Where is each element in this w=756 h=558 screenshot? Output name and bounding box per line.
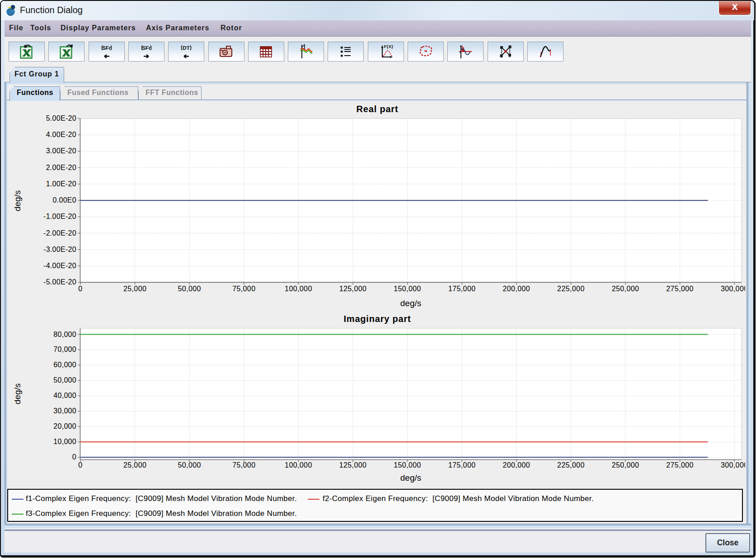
svg-text:275,000: 275,000: [666, 461, 694, 469]
svg-text:-4.00E-20: -4.00E-20: [43, 262, 76, 270]
svg-text:deg/s: deg/s: [13, 383, 22, 404]
svg-text:100,000: 100,000: [285, 461, 312, 469]
svg-text:125,000: 125,000: [339, 461, 367, 469]
svg-text:20,000: 20,000: [53, 422, 76, 430]
svg-text:2.00E-20: 2.00E-20: [46, 164, 76, 171]
svg-text:225,000: 225,000: [557, 285, 585, 293]
svg-text:200,000: 200,000: [502, 461, 530, 469]
svg-text:300,000: 300,000: [721, 285, 745, 293]
svg-text:deg/s: deg/s: [400, 473, 421, 482]
svg-text:75,000: 75,000: [232, 461, 255, 469]
svg-text:4.00E-20: 4.00E-20: [46, 131, 76, 138]
svg-text:-3.00E-20: -3.00E-20: [43, 246, 76, 253]
svg-text:60,000: 60,000: [53, 361, 76, 369]
svg-text:SFr: SFr: [142, 45, 151, 51]
svg-text:40,000: 40,000: [53, 392, 76, 399]
svg-text:10,000: 10,000: [53, 438, 76, 445]
svg-text:50,000: 50,000: [178, 285, 201, 293]
svg-text:125,000: 125,000: [339, 285, 367, 293]
svg-text:-5.00E-20: -5.00E-20: [43, 278, 76, 286]
svg-text:80,000: 80,000: [53, 331, 76, 338]
svg-text:-2.00E-20: -2.00E-20: [43, 229, 76, 237]
svg-text:175,000: 175,000: [448, 285, 476, 293]
svg-text:0: 0: [78, 461, 82, 469]
svg-text:50,000: 50,000: [178, 461, 201, 469]
svg-text:70,000: 70,000: [53, 345, 76, 353]
svg-text:50,000: 50,000: [53, 376, 76, 384]
svg-text:deg/s: deg/s: [13, 190, 22, 211]
svg-text:250,000: 250,000: [612, 461, 639, 469]
svg-text:30,000: 30,000: [53, 407, 76, 415]
svg-text:25,000: 25,000: [123, 285, 146, 293]
svg-text:200,000: 200,000: [502, 285, 530, 293]
svg-text:225,000: 225,000: [557, 461, 585, 469]
svg-text:Real part: Real part: [357, 104, 399, 114]
svg-text:75,000: 75,000: [232, 285, 255, 293]
svg-text:300,000: 300,000: [721, 461, 745, 469]
svg-text:250,000: 250,000: [612, 285, 639, 293]
svg-text:DT: DT: [183, 45, 190, 51]
svg-text:SFr: SFr: [102, 45, 111, 51]
svg-text:0: 0: [72, 453, 76, 461]
svg-text:150,000: 150,000: [394, 285, 421, 293]
svg-text:100,000: 100,000: [285, 285, 312, 293]
svg-text:1.00E-20: 1.00E-20: [46, 180, 76, 188]
svg-text:150,000: 150,000: [394, 461, 421, 469]
svg-text:Imaginary part: Imaginary part: [343, 314, 411, 324]
svg-text:175,000: 175,000: [448, 461, 476, 469]
svg-text:5.00E-20: 5.00E-20: [46, 114, 76, 122]
svg-text:3.00E-20: 3.00E-20: [46, 147, 76, 155]
svg-text:deg/s: deg/s: [400, 298, 421, 308]
svg-text:275,000: 275,000: [666, 285, 694, 293]
svg-text:0: 0: [78, 285, 82, 293]
svg-text:F(X): F(X): [384, 44, 393, 49]
svg-text:0.00E0: 0.00E0: [52, 196, 76, 204]
svg-text:25,000: 25,000: [123, 461, 146, 469]
svg-text:-1.00E-20: -1.00E-20: [43, 213, 76, 220]
